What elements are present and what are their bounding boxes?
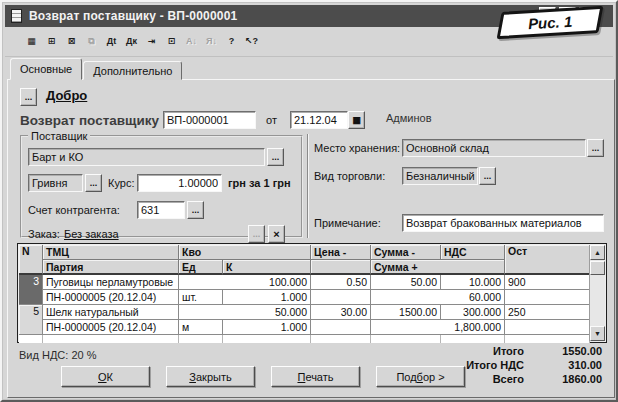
party-cell[interactable]: ПН-0000005 (20.12.04) [43, 320, 179, 335]
col-header-kvo[interactable]: Кво [179, 245, 311, 260]
supplier-group: Поставщик Барт и КО ... Гривня ... Курс:… [20, 130, 303, 238]
storage-field[interactable]: Основной склад [402, 139, 586, 157]
nds-cell[interactable]: 300.000 [441, 305, 505, 320]
nds-cell[interactable]: 10.000 [441, 275, 505, 290]
sum-minus-cell[interactable]: 1500.00 [371, 305, 441, 320]
trade-field[interactable]: Безналичный ра [402, 167, 478, 185]
calendar-button[interactable]: ▦ [348, 111, 365, 129]
sort-desc-icon[interactable]: Я↓ [202, 32, 221, 51]
account-input[interactable] [137, 201, 185, 219]
ost-blank-cell[interactable] [505, 320, 590, 335]
order-link[interactable]: Без заказа [64, 228, 119, 240]
debit-entries-icon[interactable]: Дt [102, 32, 121, 51]
sort-asc-icon[interactable]: А↓ [182, 32, 201, 51]
total-value: 1550.00 [524, 344, 602, 358]
doc-number-input[interactable] [163, 111, 256, 129]
empty-cell[interactable] [19, 335, 43, 343]
empty-cell[interactable] [43, 335, 179, 343]
print-button[interactable]: Печать [271, 366, 360, 387]
row-number-cell[interactable]: 5 [19, 305, 43, 335]
empty-row [19, 335, 590, 343]
sum-plus-cell[interactable]: 1,800.000 [371, 320, 505, 335]
go-to-icon[interactable]: ⇥ [142, 32, 161, 51]
firm-link[interactable]: Добро [46, 88, 87, 103]
help-icon[interactable]: ? [222, 32, 241, 51]
note-input[interactable] [402, 214, 604, 232]
empty-cell[interactable] [223, 335, 311, 343]
col-header-n[interactable]: N [19, 245, 43, 275]
qty-cell[interactable]: 50.000 [179, 305, 311, 320]
ost-blank-cell[interactable] [505, 290, 590, 305]
button-row: ОКЗакрытьПечатьПодбор > [61, 366, 465, 387]
qty-cell[interactable]: 100.000 [179, 275, 311, 290]
pick-button[interactable]: Подбор > [376, 366, 465, 387]
empty-cell[interactable] [179, 335, 223, 343]
rate-suffix: грн за 1 грн [228, 177, 291, 189]
col-header-price[interactable]: Цена - [311, 245, 371, 260]
unit-cell[interactable]: м [179, 320, 223, 335]
col-header-ed[interactable]: Ед [179, 260, 223, 275]
unit-cell[interactable]: шт. [179, 290, 223, 305]
price-cell[interactable]: 0.50 [311, 275, 371, 290]
col-header-sum-minus[interactable]: Сумма - [371, 245, 441, 260]
ost-cell[interactable]: 250 [505, 305, 590, 320]
vertical-scrollbar[interactable]: ▲ ▼ [589, 245, 605, 341]
delete-row-icon[interactable]: ⊠ [62, 32, 81, 51]
empty-cell[interactable] [505, 335, 590, 343]
credit-entries-icon[interactable]: Дк [122, 32, 141, 51]
note-label: Примечание: [314, 217, 381, 229]
sum-plus-cell[interactable]: 60.000 [371, 290, 505, 305]
empty-cell[interactable] [311, 335, 371, 343]
add-row-icon[interactable]: ⊞ [42, 32, 61, 51]
tab-дополнительно[interactable]: Дополнительно [83, 61, 182, 80]
k-cell[interactable]: 1.000 [223, 320, 311, 335]
table-settings-icon[interactable]: ⊡ [162, 32, 181, 51]
price-cell[interactable]: 30.00 [311, 305, 371, 320]
supplier-field[interactable]: Барт и КО [28, 148, 265, 166]
tab-основные[interactable]: Основные [10, 58, 82, 80]
col-header-tmc[interactable]: ТМЦ [43, 245, 179, 260]
order-label: Заказ: [28, 228, 60, 240]
ok-button[interactable]: ОК [61, 366, 150, 387]
storage-select-button[interactable]: ... [587, 139, 604, 157]
scroll-thumb[interactable] [590, 261, 605, 275]
firm-select-button[interactable]: ... [20, 88, 37, 106]
account-select-button[interactable]: ... [187, 201, 204, 219]
scroll-down-button[interactable]: ▼ [590, 326, 605, 341]
empty-cell[interactable] [441, 335, 505, 343]
col-header-k[interactable]: К [223, 260, 311, 275]
col-header-nds[interactable]: НДС [441, 245, 505, 260]
ost-cell[interactable]: 900 [505, 275, 590, 290]
tmc-cell[interactable]: Шелк натуральный [43, 305, 179, 320]
empty-cell[interactable] [371, 335, 441, 343]
doc-caption: Возврат поставщику № [20, 113, 178, 128]
col-header-party[interactable]: Партия [43, 260, 179, 275]
total-value: 310.00 [524, 358, 602, 372]
copy-row-icon[interactable]: ⧉ [82, 32, 101, 51]
col-header-sum-plus[interactable]: Сумма + [371, 260, 505, 275]
k-cell[interactable]: 1.000 [223, 290, 311, 305]
row-number-cell[interactable]: 3 [19, 275, 43, 305]
supplier-select-button[interactable]: ... [267, 148, 284, 166]
sum-minus-cell[interactable]: 50.00 [371, 275, 441, 290]
close-button[interactable]: Закрыть [166, 366, 255, 387]
tab-bar: ОсновныеДополнительно [10, 58, 183, 80]
new-row-icon[interactable]: ▦ [22, 32, 41, 51]
tmc-cell[interactable]: Пуговицы перламутровые [43, 275, 179, 290]
currency-field[interactable]: Гривня [28, 174, 83, 192]
context-help-icon[interactable]: ↖? [242, 32, 261, 51]
trade-select-button[interactable]: ... [479, 167, 496, 185]
rate-label: Курс: [108, 177, 134, 189]
col-header-ost[interactable]: Ост [505, 245, 590, 275]
items-table: N ТМЦ Кво Цена - Сумма - НДС Ост Партия … [17, 243, 607, 343]
order-select-button[interactable]: ... [248, 225, 265, 243]
price-blank-cell[interactable] [311, 290, 371, 305]
party-cell[interactable]: ПН-0000005 (20.12.04) [43, 290, 179, 305]
doc-date-input[interactable] [290, 111, 348, 129]
currency-select-button[interactable]: ... [85, 174, 102, 192]
order-clear-button[interactable]: × [268, 225, 285, 243]
price-blank-cell[interactable] [311, 320, 371, 335]
scroll-up-button[interactable]: ▲ [590, 245, 605, 260]
ot-label: от [266, 114, 277, 126]
rate-input[interactable] [137, 174, 222, 192]
